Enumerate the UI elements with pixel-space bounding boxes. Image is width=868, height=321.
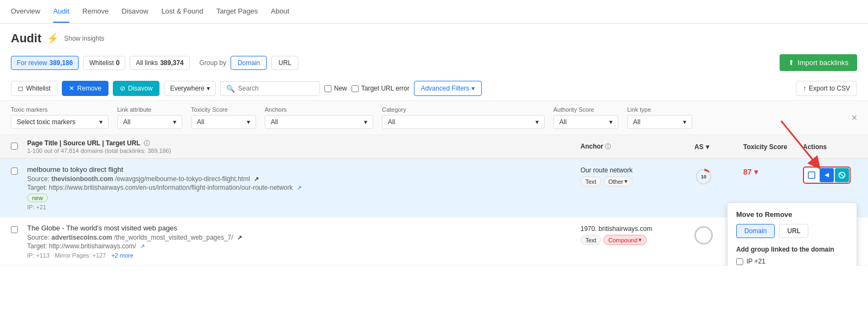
whitelist-button[interactable]: ◻ Whitelist <box>11 81 58 96</box>
chevron-down-icon-filters: ▾ <box>471 85 475 92</box>
location-selector[interactable]: Everywhere ▾ <box>164 81 215 96</box>
header-main-col: Page Title | Source URL | Target URL ⓘ 1… <box>27 139 575 154</box>
all-links-label: All links <box>136 59 158 67</box>
header-checkbox[interactable] <box>11 143 22 151</box>
header-as-col[interactable]: AS ▾ <box>694 143 738 151</box>
popup-ip-checkbox-label[interactable]: IP +21 <box>736 258 848 265</box>
chevron-down-link-attr: ▾ <box>173 118 176 126</box>
row1-as-circle: 10 <box>694 168 713 186</box>
row2-source-ext-link[interactable]: ↗ <box>237 234 242 241</box>
category-label: Category <box>382 106 545 113</box>
as-col-label: AS <box>694 143 704 151</box>
row1-select-checkbox[interactable] <box>11 168 18 175</box>
lightning-icon: ⚡ <box>47 33 59 44</box>
row2-target-ext-link[interactable]: ↗ <box>140 243 145 249</box>
top-nav: Overview Audit Remove Disavow Lost & Fou… <box>0 0 868 24</box>
row1-anchor: Our route network Text Other ▾ <box>580 165 689 187</box>
row2-checkbox[interactable] <box>11 226 22 235</box>
popup-subtitle: Add group linked to the domain <box>736 246 848 253</box>
nav-item-target-pages[interactable]: Target Pages <box>216 1 258 23</box>
nav-item-remove[interactable]: Remove <box>82 1 108 23</box>
row1-toxicity-value[interactable]: 87 ▾ <box>743 168 797 176</box>
row1-disavow-action[interactable] <box>835 168 849 182</box>
link-attribute-label: Link attribute <box>117 106 182 113</box>
row2-more[interactable]: +2 more <box>111 252 133 259</box>
toxicity-score-select[interactable]: All ▾ <box>191 115 256 129</box>
authority-score-label: Authority Score <box>553 106 618 113</box>
anchors-select[interactable]: All ▾ <box>265 115 373 129</box>
main-col-info-icon: ⓘ <box>144 140 150 146</box>
link-type-select[interactable]: All ▾ <box>627 115 692 129</box>
toxic-markers-select[interactable]: Select toxic markers ▾ <box>11 115 108 129</box>
export-csv-button[interactable]: ↑ Export to CSV <box>796 81 857 96</box>
url-group-button[interactable]: URL <box>271 56 298 70</box>
row1-whitelist-action[interactable] <box>805 168 819 182</box>
toxicity-score-value: All <box>197 118 204 126</box>
whitelist-action-icon <box>808 171 815 179</box>
row1-ip: IP: +21 <box>27 204 46 210</box>
row2-anchor-text: 1970. britishairways.com <box>580 225 689 233</box>
remove-icon: ✕ <box>69 85 74 92</box>
link-attribute-select[interactable]: All ▾ <box>117 115 182 129</box>
authority-score-filter: Authority Score All ▾ <box>553 106 618 129</box>
show-insights-link[interactable]: Show insights <box>64 35 104 42</box>
import-backlinks-button[interactable]: ⬆ Import backlinks <box>780 54 857 71</box>
new-checkbox[interactable] <box>324 85 331 92</box>
search-icon: 🔍 <box>226 85 235 93</box>
target-url-error-checkbox[interactable] <box>352 85 359 92</box>
svg-marker-3 <box>825 173 829 177</box>
group-by-label: Group by <box>200 59 226 67</box>
category-filter: Category All ▾ <box>382 106 545 129</box>
row1-target-ext-link[interactable]: ↗ <box>297 184 302 191</box>
popup-ip-checkbox[interactable] <box>736 258 743 265</box>
popup-domain-btn[interactable]: Domain <box>736 224 775 238</box>
target-url-error-label[interactable]: Target URL error <box>352 85 410 92</box>
disavow-button[interactable]: ⊘ Disavow <box>113 81 159 96</box>
new-checkbox-label[interactable]: New <box>324 85 347 92</box>
row1-remove-action[interactable] <box>820 168 834 182</box>
category-select[interactable]: All ▾ <box>382 115 545 129</box>
remove-button[interactable]: ✕ Remove <box>62 81 108 96</box>
row1-as-score: 10 <box>701 174 706 179</box>
row1-checkbox[interactable] <box>11 168 22 176</box>
popup-url-btn[interactable]: URL <box>779 224 808 238</box>
select-all-checkbox[interactable] <box>11 143 18 150</box>
export-icon: ↑ <box>803 85 806 92</box>
nav-item-about[interactable]: About <box>271 1 289 23</box>
row2-select-checkbox[interactable] <box>11 226 18 233</box>
svg-line-5 <box>840 173 844 177</box>
for-review-badge[interactable]: For review 389,186 <box>11 56 79 70</box>
table-header: Page Title | Source URL | Target URL ⓘ 1… <box>0 135 868 159</box>
toolbar: ◻ Whitelist ✕ Remove ⊘ Disavow Everywher… <box>0 76 868 101</box>
header-actions-col: Actions <box>803 143 857 151</box>
all-links-badge[interactable]: All links 389,374 <box>130 56 189 70</box>
authority-score-select[interactable]: All ▾ <box>553 115 618 129</box>
row2-tag-compound[interactable]: Compound ▾ <box>603 235 647 245</box>
nav-item-overview[interactable]: Overview <box>11 1 40 23</box>
nav-item-audit[interactable]: Audit <box>53 1 69 23</box>
whitelist-badge[interactable]: Whitelist 0 <box>83 56 125 70</box>
domain-group-button[interactable]: Domain <box>231 56 267 70</box>
row1-toxicity: 87 ▾ <box>743 165 797 176</box>
search-input[interactable] <box>238 85 314 92</box>
chevron-down-tox-score: ▾ <box>247 118 250 126</box>
row2-title: The Globe - The world's most visited web… <box>27 224 575 232</box>
row2-main: The Globe - The world's most visited web… <box>27 224 575 259</box>
nav-item-lost-found[interactable]: Lost & Found <box>161 1 203 23</box>
page-title-col-label: Page Title | Source URL | Target URL <box>27 139 141 147</box>
search-box[interactable]: 🔍 <box>220 81 320 96</box>
row2-source: Source: advertisecoins.com /the_worlds_m… <box>27 234 575 241</box>
close-filters-button[interactable]: × <box>851 112 857 124</box>
advanced-filters-button[interactable]: Advanced Filters ▾ <box>414 81 482 96</box>
anchor-info-icon: ⓘ <box>605 143 611 150</box>
all-links-count: 389,374 <box>160 59 183 67</box>
row1-source-domain: thevisionbooth.com <box>52 175 113 183</box>
chevron-down-icon: ▾ <box>207 85 210 92</box>
whitelist-label: Whitelist <box>26 85 50 92</box>
toxic-markers-value: Select toxic markers <box>17 118 75 126</box>
nav-item-disavow[interactable]: Disavow <box>122 1 148 23</box>
row1-target-label: Target: <box>27 184 47 191</box>
toxic-markers-filter: Toxic markers Select toxic markers ▾ <box>11 106 108 129</box>
row1-source-ext-link[interactable]: ↗ <box>254 176 259 182</box>
row1-tag-other[interactable]: Other ▾ <box>603 176 633 187</box>
